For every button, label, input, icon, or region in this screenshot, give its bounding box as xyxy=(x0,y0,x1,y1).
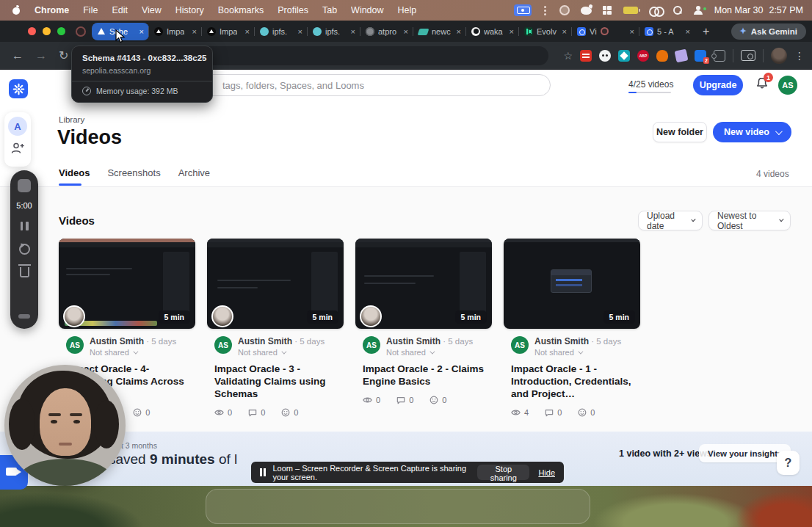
video-thumbnail[interactable]: 5 min xyxy=(207,239,344,329)
video-title[interactable]: Impact Oracle - 2 - Claims Engine Basics xyxy=(363,363,486,388)
avatar[interactable]: AS xyxy=(214,336,232,354)
forward-button[interactable]: → xyxy=(35,49,47,62)
tab-evolve[interactable]: Evolv × xyxy=(519,23,572,40)
tab-close-icon[interactable]: × xyxy=(298,27,302,36)
menu-profiles[interactable]: Profiles xyxy=(278,5,308,15)
avatar[interactable]: AS xyxy=(66,336,84,354)
tab-archive[interactable]: Archive xyxy=(178,167,210,178)
spotlight-search-icon[interactable] xyxy=(673,6,682,15)
menu-file[interactable]: File xyxy=(83,5,98,15)
status-ring-icon[interactable] xyxy=(559,5,570,15)
help-button[interactable]: ? xyxy=(777,451,800,475)
tab-close-icon[interactable]: × xyxy=(139,27,144,36)
new-tab-button[interactable]: + xyxy=(695,25,717,38)
screen-sharing-indicator-icon[interactable] xyxy=(514,4,532,16)
reload-button[interactable]: ↻ xyxy=(59,48,68,62)
video-thumbnail[interactable]: 5 min xyxy=(355,239,492,329)
video-thumbnail[interactable]: 5 min xyxy=(59,239,195,329)
hide-sharing-bar-link[interactable]: Hide xyxy=(538,468,555,477)
tab-close-icon[interactable]: × xyxy=(192,27,197,36)
recorder-drag-handle[interactable] xyxy=(18,314,30,319)
tab-ipfs-1[interactable]: ipfs. × xyxy=(255,23,308,40)
new-folder-button[interactable]: New folder xyxy=(653,122,707,142)
menu-edit[interactable]: Edit xyxy=(112,5,128,15)
share-status[interactable]: Not shared xyxy=(90,348,176,357)
link-icon[interactable] xyxy=(649,7,662,14)
avatar[interactable]: AS xyxy=(363,336,380,354)
control-center-icon[interactable] xyxy=(693,6,703,15)
tab-atproto[interactable]: atpro × xyxy=(360,23,413,40)
new-video-button[interactable]: New video xyxy=(713,122,791,142)
tab-impact-2[interactable]: Impa × xyxy=(202,23,255,40)
avatar[interactable]: AS xyxy=(511,336,529,354)
tab-close-icon[interactable]: × xyxy=(510,27,514,36)
apple-menu-icon[interactable] xyxy=(12,5,21,15)
upgrade-button[interactable]: Upgrade xyxy=(693,75,743,95)
tab-loom-videos[interactable]: Vi × xyxy=(572,23,639,40)
tab-ipfs-2[interactable]: ipfs. × xyxy=(308,23,360,40)
bookmark-star-icon[interactable]: ☆ xyxy=(563,50,573,62)
share-status[interactable]: Not shared xyxy=(534,348,621,357)
tab-close-icon[interactable]: × xyxy=(686,27,690,36)
teal-extension-icon[interactable] xyxy=(618,50,630,62)
tab-videos[interactable]: Videos xyxy=(59,167,90,178)
invite-member-icon[interactable] xyxy=(10,142,25,155)
share-status[interactable]: Not shared xyxy=(386,348,473,357)
blue-extension-icon[interactable]: 2 xyxy=(695,50,706,62)
video-thumbnail[interactable]: 5 min xyxy=(504,239,640,329)
workspace-avatar[interactable]: A xyxy=(8,117,27,136)
chrome-menu-icon[interactable]: ⋮ xyxy=(794,50,805,62)
close-window-button[interactable] xyxy=(28,27,36,35)
menu-history[interactable]: History xyxy=(175,5,204,15)
menu-bar-clock[interactable]: Mon Mar 30 2:57 PM xyxy=(714,5,803,15)
pig-status-icon[interactable] xyxy=(581,7,592,15)
keystroke-icon[interactable] xyxy=(543,5,548,15)
tab-close-icon[interactable]: × xyxy=(245,27,250,36)
quota-label[interactable]: 4/25 videos xyxy=(628,79,673,90)
author-name[interactable]: Austin Smith xyxy=(90,336,144,346)
menu-view[interactable]: View xyxy=(142,5,162,15)
video-card[interactable]: 5 min AS Austin Smith · 5 days Not share… xyxy=(207,239,344,417)
menu-help[interactable]: Help xyxy=(398,5,417,15)
pause-recording-button[interactable] xyxy=(21,222,29,230)
screen-capture-icon[interactable] xyxy=(741,50,755,61)
zoom-window-button[interactable] xyxy=(57,27,65,35)
delete-recording-button[interactable] xyxy=(20,267,29,277)
menu-window[interactable]: Window xyxy=(351,5,383,15)
stop-recording-button[interactable] xyxy=(18,179,31,192)
tab-loom-5a[interactable]: 5 - A × xyxy=(639,23,695,40)
upload-date-filter[interactable]: Upload date xyxy=(638,211,703,230)
password-extension-icon[interactable] xyxy=(580,50,592,62)
minimize-window-button[interactable] xyxy=(43,27,51,35)
tab-close-icon[interactable]: × xyxy=(404,27,408,36)
adblock-plus-icon[interactable]: ABP xyxy=(637,50,649,62)
account-avatar[interactable]: AS xyxy=(778,76,797,95)
record-extension-icon[interactable] xyxy=(76,26,86,37)
tab-close-icon[interactable]: × xyxy=(457,27,461,36)
tab-wakatime[interactable]: waka × xyxy=(466,23,519,40)
loom-logo[interactable] xyxy=(9,79,28,98)
video-card[interactable]: 5 min AS Austin Smith · 5 days Not share… xyxy=(355,239,492,404)
menu-tab[interactable]: Tab xyxy=(322,5,337,15)
author-name[interactable]: Austin Smith xyxy=(238,336,292,346)
chrome-profile-avatar[interactable] xyxy=(771,48,787,64)
tab-screenshots[interactable]: Screenshots xyxy=(107,167,160,178)
share-status[interactable]: Not shared xyxy=(238,348,325,357)
menu-chrome[interactable]: Chrome xyxy=(35,5,69,15)
orange-extension-icon[interactable] xyxy=(656,50,668,62)
video-card[interactable]: 5 min AS Austin Smith · 5 days Not share… xyxy=(504,239,640,417)
tab-close-icon[interactable]: × xyxy=(630,27,634,36)
window-manager-icon[interactable] xyxy=(603,6,612,15)
tab-close-icon[interactable]: × xyxy=(351,27,355,36)
purple-extension-icon[interactable] xyxy=(675,48,689,62)
face-extension-icon[interactable] xyxy=(599,50,611,62)
extensions-puzzle-icon[interactable] xyxy=(714,50,725,62)
tab-close-icon[interactable]: × xyxy=(562,27,567,36)
author-name[interactable]: Austin Smith xyxy=(386,336,441,346)
tab-impact-1[interactable]: Impa × xyxy=(149,23,202,40)
author-name[interactable]: Austin Smith xyxy=(534,336,589,346)
battery-icon[interactable] xyxy=(623,7,638,14)
ask-gemini-button[interactable]: ✦ Ask Gemini xyxy=(731,23,807,40)
sort-order-filter[interactable]: Newest to Oldest xyxy=(708,211,791,230)
stop-sharing-button[interactable]: Stop sharing xyxy=(477,465,529,480)
